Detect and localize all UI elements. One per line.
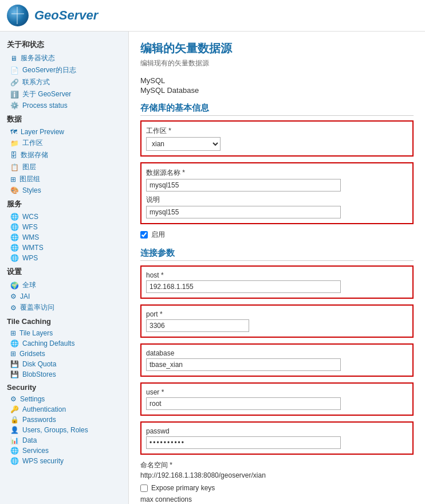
sidebar-item-wmts[interactable]: 🌐 WMTS (0, 243, 128, 253)
sidebar-item-stores[interactable]: 🗄 数据存储 (0, 149, 128, 161)
datasource-name-input[interactable] (146, 179, 341, 192)
sidebar-item-wps[interactable]: 🌐 WPS (0, 253, 128, 263)
datasource-name-field-wrapper (146, 179, 341, 192)
sidebar-item-layer-groups[interactable]: ⊞ 图层组 (0, 173, 128, 185)
enable-checkbox[interactable] (140, 231, 148, 239)
expose-primary-keys-group: Expose primary keys (140, 484, 414, 492)
sidebar-section-data: 数据 (0, 111, 128, 127)
sidebar-item-styles[interactable]: 🎨 Styles (0, 185, 128, 196)
key-icon: 🔑 (10, 405, 19, 413)
page-title: 编辑的矢量数据源 (140, 41, 414, 56)
database-field-wrapper (146, 358, 341, 371)
sidebar-item-tile-layers[interactable]: ⊞ Tile Layers (0, 328, 128, 338)
datasource-group: 数据源名称 * 说明 (140, 162, 414, 224)
wfs-icon: 🌐 (10, 223, 19, 231)
workspace-label: 工作区 * (146, 126, 408, 136)
sidebar-item-process-status[interactable]: ⚙️ Process status (0, 100, 128, 111)
sidebar-item-caching-defaults[interactable]: 🌐 Caching Defaults (0, 338, 128, 349)
sidebar-section-security: Security (0, 380, 128, 394)
sidebar-item-data-security[interactable]: 📊 Data (0, 435, 128, 446)
namespace-value: http://192.168.1.138:8080/geoserver/xian (140, 471, 414, 479)
db-icon: 🗄 (10, 151, 17, 159)
description-input[interactable] (146, 206, 341, 218)
folder-icon: 📁 (10, 139, 19, 147)
main-content: 编辑的矢量数据源 编辑现有的矢量数据源 MySQL MySQL Database… (129, 32, 425, 504)
sidebar-item-layers[interactable]: 📋 图层 (0, 161, 128, 173)
database-label: database (146, 349, 408, 357)
port-group: port * (140, 304, 414, 338)
sidebar-item-coverage-access[interactable]: ⚙ 覆盖率访问 (0, 302, 128, 314)
info-icon: ℹ️ (10, 91, 19, 99)
workspace-select[interactable]: xian (146, 137, 221, 151)
globe-icon2: 🌍 (10, 282, 19, 290)
gridsets-icon: ⊞ (10, 350, 16, 358)
jai-icon: ⚙ (10, 292, 17, 300)
port-input[interactable] (146, 319, 249, 332)
host-input[interactable] (146, 280, 341, 293)
monitor-icon: 🖥 (10, 54, 17, 62)
port-field-wrapper (146, 319, 249, 332)
sidebar-item-global[interactable]: 🌍 全球 (0, 279, 128, 291)
sidebar-item-contact[interactable]: 🔗 联系方式 (0, 76, 128, 88)
style-icon: 🎨 (10, 186, 19, 194)
port-label: port * (146, 310, 408, 318)
sidebar-section-tile: Tile Caching (0, 314, 128, 328)
passwd-field-wrapper (146, 436, 341, 449)
description-field-wrapper (146, 206, 341, 218)
coverage-icon: ⚙ (10, 304, 17, 312)
sidebar-item-layer-preview[interactable]: 🗺 Layer Preview (0, 127, 128, 137)
wms-icon: 🌐 (10, 233, 19, 241)
sidebar: 关于和状态 🖥 服务器状态 📄 GeoServer的日志 🔗 联系方式 ℹ️ 关… (0, 32, 129, 504)
sidebar-item-disk-quota[interactable]: 💾 Disk Quota (0, 359, 128, 369)
host-label: host * (146, 271, 408, 279)
app-logo (7, 5, 29, 26)
sidebar-item-authentication[interactable]: 🔑 Authentication (0, 404, 128, 415)
sidebar-item-about[interactable]: ℹ️ 关于 GeoServer (0, 88, 128, 100)
namespace-group: 命名空间 * http://192.168.1.138:8080/geoserv… (140, 460, 414, 479)
link-icon: 🔗 (10, 79, 19, 87)
sidebar-item-blobstores[interactable]: 💾 BlobStores (0, 369, 128, 380)
data-security-icon: 📊 (10, 436, 19, 444)
passwd-input[interactable] (146, 436, 341, 449)
host-field-wrapper (146, 280, 341, 293)
datasource-name-label: 数据源名称 * (146, 168, 408, 178)
sidebar-section-services: 服务 (0, 196, 128, 212)
store-type-line2: MySQL Database (140, 86, 414, 95)
host-group: host * (140, 265, 414, 299)
sidebar-item-passwords[interactable]: 🔒 Passwords (0, 415, 128, 425)
blob-icon: 💾 (10, 370, 19, 378)
sidebar-item-workspaces[interactable]: 📁 工作区 (0, 137, 128, 149)
max-connections-label: max connections (140, 495, 414, 503)
sidebar-item-jai[interactable]: ⚙ JAI (0, 291, 128, 302)
cache-icon: 🌐 (10, 339, 19, 347)
sidebar-item-wfs[interactable]: 🌐 WFS (0, 222, 128, 232)
page-subtitle: 编辑现有的矢量数据源 (140, 58, 414, 68)
expose-primary-keys-label: Expose primary keys (151, 484, 215, 492)
database-input[interactable] (146, 358, 341, 371)
database-group: database (140, 343, 414, 377)
sidebar-item-wps-security[interactable]: 🌐 WPS security (0, 456, 128, 466)
app-title: GeoServer (34, 8, 98, 23)
wcs-icon: 🌐 (10, 213, 19, 221)
gear-icon: ⚙️ (10, 101, 19, 110)
sidebar-item-logs[interactable]: 📄 GeoServer的日志 (0, 64, 128, 76)
enable-group: 启用 (140, 230, 414, 240)
sidebar-item-server-status[interactable]: 🖥 服务器状态 (0, 52, 128, 64)
sidebar-item-security-settings[interactable]: ⚙ Settings (0, 394, 128, 404)
wps-security-icon: 🌐 (10, 457, 19, 465)
grid-icon: ⊞ (10, 175, 16, 183)
wps-icon: 🌐 (10, 254, 19, 262)
sidebar-section-settings: 设置 (0, 263, 128, 279)
user-field-wrapper (146, 397, 341, 410)
sidebar-item-users-groups-roles[interactable]: 👤 Users, Groups, Roles (0, 425, 128, 435)
sidebar-item-services-security[interactable]: 🌐 Services (0, 446, 128, 456)
sidebar-item-gridsets[interactable]: ⊞ Gridsets (0, 349, 128, 359)
lock-icon: 🔒 (10, 416, 19, 424)
security-settings-icon: ⚙ (10, 395, 17, 403)
doc-icon: 📄 (10, 67, 19, 75)
sidebar-item-wcs[interactable]: 🌐 WCS (0, 212, 128, 222)
user-group: user * (140, 382, 414, 416)
sidebar-item-wms[interactable]: 🌐 WMS (0, 232, 128, 243)
user-input[interactable] (146, 397, 341, 410)
expose-primary-keys-checkbox[interactable] (140, 485, 148, 492)
